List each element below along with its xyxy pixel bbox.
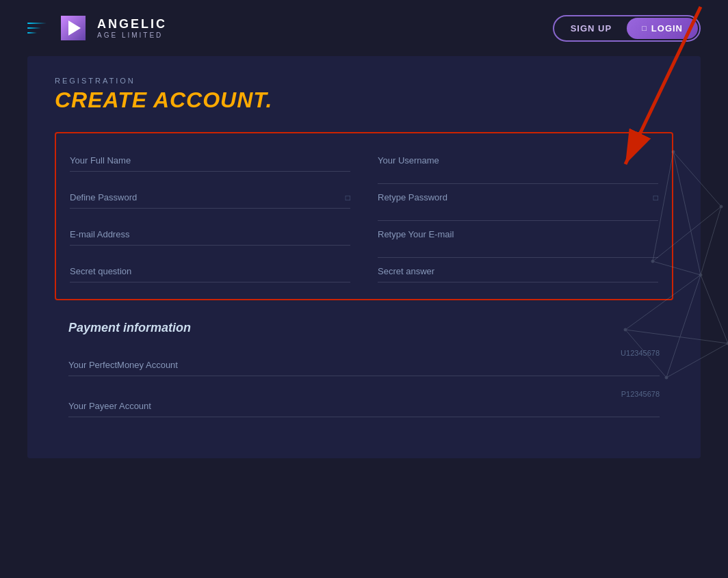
perfectmoney-group: U12345678 Your PerfectMoney Account (68, 349, 660, 376)
login-button[interactable]: □ LOGIN (627, 18, 698, 39)
full-name-input[interactable]: Your Full Name (70, 155, 350, 166)
highlighted-box: Your Full Name Your Username Define Pass… (55, 132, 673, 300)
retype-email-group: Retype Your E-mail (378, 221, 658, 258)
login-label: LOGIN (651, 23, 683, 34)
retype-password-input-wrapper: Retype Password □ (378, 192, 658, 202)
perfectmoney-input[interactable]: Your PerfectMoney Account (68, 354, 660, 370)
form-section: REGISTRATION CREATE ACCOUNT. Your Full N… (27, 56, 701, 458)
payeer-input[interactable]: Your Payeer Account (68, 395, 660, 411)
logo-line-1 (27, 23, 47, 24)
password-input[interactable]: Define Password (70, 192, 346, 202)
retype-password-input[interactable]: Retype Password (378, 192, 653, 202)
username-group: Your Username (378, 147, 658, 184)
section-title-dot: . (266, 88, 273, 112)
nav-buttons: SIGN UP □ LOGIN (553, 15, 701, 42)
section-title: CREATE ACCOUNT. (55, 88, 673, 113)
svg-line-5 (701, 207, 721, 275)
form-row-3: E-mail Address Retype Your E-mail (70, 221, 658, 258)
logo-line-3 (27, 32, 37, 34)
login-icon: □ (642, 24, 647, 32)
signup-button[interactable]: SIGN UP (556, 18, 627, 39)
form-row-1: Your Full Name Your Username (70, 147, 658, 184)
secret-answer-input[interactable]: Secret answer (378, 266, 658, 276)
logo-icon (57, 12, 89, 44)
section-title-text: CREATE ACCOUNT (55, 88, 266, 112)
logo-area: ANGELIC AGE LIMITED (27, 12, 167, 44)
secret-question-input[interactable]: Secret question (70, 266, 350, 276)
main-content: REGISTRATION CREATE ACCOUNT. Your Full N… (0, 56, 728, 479)
username-input[interactable]: Your Username (378, 155, 658, 166)
svg-point-17 (720, 205, 723, 208)
full-name-group: Your Full Name (70, 147, 350, 172)
payeer-group: P12345678 Your Payeer Account (68, 390, 660, 417)
retype-email-placeholder: Retype Your E-mail (378, 229, 454, 239)
form-row-2: Define Password □ Retype Password □ (70, 184, 658, 221)
payment-title: Payment information (68, 321, 660, 335)
logo-subtitle: AGE LIMITED (97, 31, 167, 39)
header: ANGELIC AGE LIMITED SIGN UP □ LOGIN (0, 0, 728, 56)
username-placeholder: Your Username (378, 155, 439, 166)
svg-line-10 (701, 275, 728, 343)
section-label: REGISTRATION (55, 77, 673, 85)
secret-question-group: Secret question (70, 258, 350, 283)
secret-answer-placeholder: Secret answer (378, 266, 434, 276)
retype-password-group: Retype Password □ (378, 184, 658, 221)
password-group: Define Password □ (70, 184, 350, 209)
email-placeholder: E-mail Address (70, 229, 129, 239)
logo-text: ANGELIC AGE LIMITED (97, 17, 167, 39)
password-eye-icon[interactable]: □ (346, 193, 350, 202)
retype-email-input[interactable]: Retype Your E-mail (378, 229, 658, 239)
logo-lines (27, 23, 47, 34)
password-input-wrapper: Define Password □ (70, 192, 350, 202)
secret-answer-group: Secret answer (378, 258, 658, 283)
logo-line-2 (27, 27, 41, 29)
secret-question-placeholder: Secret question (70, 266, 131, 276)
payment-section: Payment information U12345678 Your Perfe… (55, 321, 673, 417)
perfectmoney-hint: U12345678 (621, 349, 660, 357)
payeer-hint: P12345678 (621, 390, 660, 398)
email-group: E-mail Address (70, 221, 350, 246)
full-name-placeholder: Your Full Name (70, 155, 131, 166)
form-row-4: Secret question Secret answer (70, 258, 658, 283)
email-input[interactable]: E-mail Address (70, 229, 350, 239)
logo-title: ANGELIC (97, 17, 167, 31)
retype-password-eye-icon[interactable]: □ (653, 193, 658, 202)
